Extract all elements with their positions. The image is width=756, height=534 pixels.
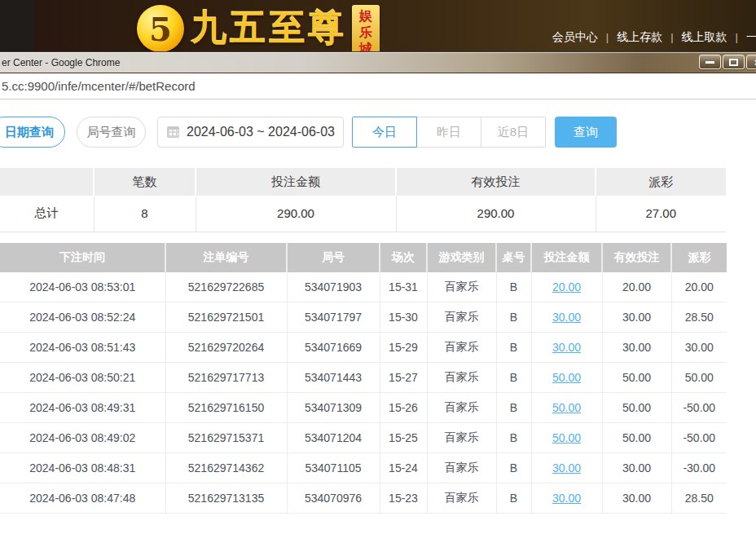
maximize-button[interactable] [723, 55, 745, 69]
valid-bet: 30.00 [602, 302, 671, 333]
round-id: 534071105 [287, 453, 380, 483]
header-valid-bet: 有效投注 [602, 243, 671, 272]
round-query-tab[interactable]: 局号查询 [77, 117, 146, 148]
address-bar[interactable]: 5.cc:9900/infe/mcenter/#/betRecord [0, 73, 756, 99]
payout-value: -50.00 [671, 393, 727, 423]
date-range-input[interactable]: 2024-06-03 ~ 2024-06-03 [157, 117, 344, 148]
round-id: 534071204 [287, 423, 380, 453]
round-id: 534071669 [287, 333, 380, 363]
payout-value: 28.50 [671, 483, 727, 514]
table-no: B [496, 333, 531, 363]
valid-bet: 50.00 [602, 393, 671, 423]
header-bet-time: 下注时间 [0, 243, 165, 272]
valid-bet: 30.00 [602, 333, 671, 363]
bet-time: 2024-06-03 08:48:31 [0, 453, 165, 483]
summary-header-count: 笔数 [94, 168, 196, 196]
table-no: B [496, 453, 531, 483]
order-id: 521629720264 [165, 333, 287, 363]
order-id: 521629716150 [165, 393, 287, 423]
nav-member-center[interactable]: 会员中心 [552, 30, 598, 43]
table-row: 2024-06-03 08:47:48 521629713135 5340709… [0, 483, 727, 514]
game-type: 百家乐 [427, 423, 496, 453]
bet-amount-cell: 50.00 [531, 393, 602, 423]
valid-bet: 20.00 [602, 272, 671, 302]
bet-time: 2024-06-03 08:50:21 [0, 363, 165, 393]
bet-amount-link[interactable]: 50.00 [552, 431, 581, 444]
game-type: 百家乐 [427, 333, 496, 363]
table-row: 2024-06-03 08:49:31 521629716150 5340713… [0, 393, 727, 423]
page-content: 日期查询 局号查询 2024-06-03 ~ 2024-06-03 今日 昨日 … [0, 117, 756, 514]
background-window-strip [0, 0, 34, 51]
payout-value: -50.00 [671, 423, 727, 453]
round-id: 534071903 [287, 272, 380, 302]
nav-separator: | [606, 31, 609, 43]
bet-amount-link[interactable]: 20.00 [552, 280, 581, 293]
search-button[interactable]: 查询 [555, 117, 617, 148]
bet-amount-link[interactable]: 30.00 [552, 311, 581, 324]
close-button[interactable]: × [746, 55, 756, 69]
nav-separator: | [670, 31, 673, 43]
header-payout: 派彩 [671, 243, 727, 272]
bet-amount-cell: 30.00 [531, 302, 602, 333]
nav-one-key[interactable]: 一键归 [746, 30, 756, 43]
screen: { "site_header": { "logo": { "circle_gly… [0, 0, 756, 534]
table-row: 2024-06-03 08:50:21 521629717713 5340714… [0, 363, 727, 393]
filter-row: 日期查询 局号查询 2024-06-03 ~ 2024-06-03 今日 昨日 … [0, 117, 756, 149]
bet-time: 2024-06-03 08:51:43 [0, 333, 165, 363]
brand-title: 九五至尊 [191, 5, 347, 51]
game-type: 百家乐 [427, 272, 496, 302]
game-type: 百家乐 [427, 393, 496, 423]
bet-amount-link[interactable]: 30.00 [552, 461, 581, 474]
nav-online-withdraw[interactable]: 线上取款 [682, 30, 727, 43]
table-row: 2024-06-03 08:49:02 521629715371 5340712… [0, 423, 727, 453]
bet-amount-link[interactable]: 30.00 [552, 492, 581, 505]
table-row: 2024-06-03 08:52:24 521629721501 5340717… [0, 302, 727, 333]
quick-yesterday-button[interactable]: 昨日 [416, 117, 481, 148]
header-order-id: 注单编号 [165, 243, 287, 272]
site-header: 5 九五至尊 娱 乐 城 会员中心|线上存款|线上取款|一键归 [0, 0, 756, 51]
table-row: 2024-06-03 08:48:31 521629714362 5340711… [0, 453, 727, 483]
table-no: B [496, 272, 531, 302]
table-no: B [496, 483, 531, 514]
table-no: B [496, 302, 531, 333]
logo-glyph: 5 [149, 10, 172, 48]
summary-header-bet-amount: 投注金额 [196, 168, 396, 196]
game-type: 百家乐 [427, 363, 496, 393]
summary-header-payout: 派彩 [596, 168, 726, 196]
summary-valid-bet-value: 290.00 [396, 196, 596, 232]
quick-today-button[interactable]: 今日 [352, 117, 417, 148]
quick-last8days-button[interactable]: 近8日 [481, 117, 546, 148]
bet-amount-cell: 30.00 [531, 333, 602, 363]
bet-time: 2024-06-03 08:53:01 [0, 272, 165, 302]
bet-amount-link[interactable]: 50.00 [552, 401, 581, 414]
header-table-no: 桌号 [496, 243, 531, 272]
table-no: B [496, 393, 531, 423]
summary-table: 笔数 投注金额 有效投注 派彩 总计 8 290.00 290.00 27.00 [0, 168, 726, 232]
payout-value: 28.50 [671, 302, 727, 333]
summary-header-row: 笔数 投注金额 有效投注 派彩 [0, 168, 726, 196]
minimize-button[interactable] [699, 55, 721, 69]
nav-online-deposit[interactable]: 线上存款 [617, 30, 662, 43]
table-row: 2024-06-03 08:51:43 521629720264 5340716… [0, 333, 727, 363]
calendar-icon [167, 126, 179, 138]
bet-amount-link[interactable]: 30.00 [552, 341, 581, 354]
payout-value: 30.00 [671, 333, 727, 363]
quick-range-group: 今日 昨日 近8日 [352, 117, 546, 148]
game-type: 百家乐 [427, 453, 496, 483]
bet-amount-link[interactable]: 50.00 [552, 371, 581, 384]
minimize-icon [705, 61, 714, 64]
summary-total-row: 总计 8 290.00 290.00 27.00 [0, 196, 726, 232]
badge-char: 娱 [359, 8, 372, 24]
session: 15-24 [380, 453, 427, 483]
date-query-tab[interactable]: 日期查询 [0, 117, 65, 148]
round-id: 534071443 [287, 363, 380, 393]
summary-payout-value: 27.00 [596, 196, 726, 232]
payout-value: 50.00 [671, 363, 727, 393]
session: 15-31 [380, 272, 427, 302]
page-url[interactable]: 5.cc:9900/infe/mcenter/#/betRecord [2, 79, 196, 93]
summary-bet-amount-value: 290.00 [196, 196, 396, 232]
payout-value: -30.00 [671, 453, 727, 483]
valid-bet: 50.00 [602, 363, 671, 393]
bet-amount-cell: 30.00 [531, 453, 602, 483]
browser-titlebar[interactable]: er Center - Google Chrome × [0, 51, 756, 73]
